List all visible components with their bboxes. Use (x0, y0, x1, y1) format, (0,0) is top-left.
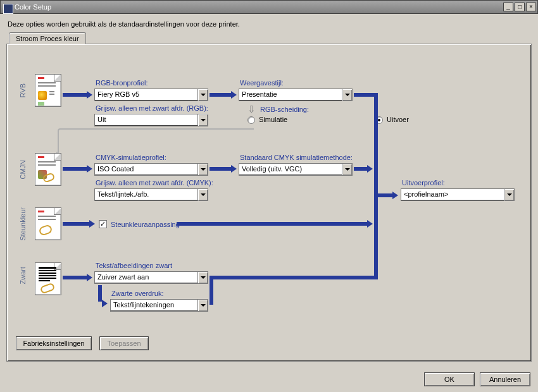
zwart-icon (35, 262, 61, 295)
radio-simulatie-label: Simulatie (259, 116, 287, 123)
dropdown-value: Presentatie (239, 89, 342, 101)
button-label: Annuleren (489, 376, 521, 383)
fabrieksinstellingen-button[interactable]: Fabrieksinstellingen (16, 336, 92, 350)
dropdown-tekst-zwart[interactable]: Zuiver zwart aan (94, 271, 208, 284)
flow-line (63, 167, 87, 171)
button-label: Toepassen (107, 340, 141, 347)
dropdown-grijs-cmyk[interactable]: Tekst/lijntek./afb. (94, 188, 208, 201)
arrow-right-icon (89, 220, 95, 228)
label-uitvoerprofiel: Uitvoerprofiel: (402, 179, 445, 187)
titlebar: Color Setup _ □ × (0, 0, 538, 14)
bracket (58, 128, 254, 154)
dropdown-value: <profielnaam> (401, 189, 504, 200)
checkbox-steunkleur[interactable]: ✓ (99, 220, 107, 228)
dropdown-cmyk-sim[interactable]: ISO Coated (94, 163, 208, 176)
dropdown-value: Volledig (uitv. VGC) (239, 164, 342, 175)
button-label: Fabrieksinstellingen (23, 340, 84, 347)
flow-line (210, 301, 213, 305)
flow-line (377, 193, 393, 197)
window-buttons: _ □ × (503, 3, 536, 11)
label-tekst-zwart: Tekst/afbeeldingen zwart (96, 262, 172, 269)
dropdown-value: Zuiver zwart aan (95, 272, 197, 283)
arrow-right-icon (87, 274, 92, 281)
toepassen-button[interactable]: Toepassen (99, 336, 149, 350)
arrow-right-icon (367, 220, 373, 228)
flow-line (63, 93, 87, 97)
arrow-right-icon (231, 91, 237, 99)
flow-line (374, 93, 378, 224)
cmjn-icon (35, 153, 61, 186)
flow-line (354, 167, 368, 171)
steunkleur-icon (35, 207, 61, 240)
dropdown-value: ISO Coated (95, 164, 197, 175)
label-grijs-rgb: Grijsw. alleen met zwart afdr. (RGB): (96, 104, 208, 112)
label-cmyk-method: Standaard CMYK simulatiemethode: (240, 154, 353, 161)
dropdown-value: Tekst/lijntek./afb. (95, 189, 197, 200)
arrow-right-icon (102, 300, 108, 307)
ok-button[interactable]: OK (424, 372, 475, 386)
radio-uitvoer-label: Uitvoer (387, 116, 409, 123)
minimize-button[interactable]: _ (503, 3, 513, 11)
flow-line (210, 276, 374, 279)
chevron-down-icon (197, 272, 208, 283)
dropdown-uitvoerprofiel[interactable]: <profielnaam> (401, 188, 515, 201)
minimize-icon: _ (506, 4, 510, 10)
button-label: OK (444, 376, 454, 383)
section-label-zwart: Zwart (19, 267, 27, 285)
bottom-bar: OK Annuleren (0, 367, 538, 392)
label-zwarte-overdruk: Zwarte overdruk: (111, 290, 164, 297)
flow-line (374, 224, 378, 279)
label-rgb-bronprofiel: RGB-bronprofiel: (96, 79, 148, 87)
window-title: Color Setup (3, 3, 503, 11)
dropdown-cmyk-method[interactable]: Volledig (uitv. VGC) (239, 163, 353, 176)
dropdown-zwarte-overdruk[interactable]: Tekst/lijntekeningen (110, 299, 208, 312)
chevron-down-icon (342, 164, 352, 175)
radio-simulatie[interactable] (247, 116, 255, 124)
flow-line (210, 93, 231, 97)
dropdown-value: Uit (95, 114, 197, 126)
flow-line (63, 222, 89, 226)
label-rgb-scheiding: RGB-scheiding: (260, 106, 309, 113)
tab-panel: RVB RGB-bronprofiel: Fiery RGB v5 Weerga… (6, 44, 532, 362)
dropdown-value: Fiery RGB v5 (95, 89, 197, 101)
chevron-down-icon (342, 89, 352, 101)
description-text: Deze opties worden gebruikt als de stand… (0, 14, 538, 32)
dropdown-weergavestijl[interactable]: Presentatie (239, 89, 353, 101)
close-icon: × (529, 4, 533, 10)
chevron-down-icon (197, 164, 208, 175)
chevron-down-icon (504, 189, 514, 200)
label-cmyk-sim: CMYK-simulatieprofiel: (96, 154, 166, 161)
dropdown-rgb-bronprofiel[interactable]: Fiery RGB v5 (94, 89, 208, 101)
section-label-rvb: RVB (19, 83, 27, 97)
arrow-right-icon (367, 165, 373, 173)
dropdown-grijs-rgb[interactable]: Uit (94, 114, 208, 126)
flow-line (63, 276, 87, 279)
flow-line (210, 167, 231, 171)
label-steunkleur: Steunkleuraanpassing (111, 221, 180, 228)
flow-line (177, 222, 368, 226)
flow-line (354, 93, 377, 97)
arrow-right-icon (231, 165, 237, 173)
tab-bar: Stroom Proces kleur (0, 32, 538, 44)
arrow-right-icon (87, 91, 92, 99)
section-label-cmjn: CMJN (19, 160, 27, 180)
maximize-icon: □ (518, 4, 522, 10)
down-arrow-icon: ⇩ (247, 104, 256, 115)
label-grijs-cmyk: Grijsw. alleen met zwart afdr. (CMYK): (96, 179, 213, 187)
tab-stroom-proces-kleur[interactable]: Stroom Proces kleur (9, 32, 86, 44)
chevron-down-icon (197, 189, 208, 200)
maximize-button[interactable]: □ (515, 3, 525, 11)
dropdown-value: Tekst/lijntekeningen (111, 300, 197, 311)
arrow-right-icon (87, 165, 92, 173)
rvb-icon (35, 74, 61, 107)
label-weergavestijl: Weergavestijl: (240, 79, 284, 87)
chevron-down-icon (197, 89, 208, 101)
chevron-down-icon (197, 114, 208, 126)
annuleren-button[interactable]: Annuleren (480, 372, 530, 386)
close-button[interactable]: × (526, 3, 536, 11)
section-label-steunkleur: Steunkleur (19, 207, 27, 241)
arrow-right-icon (392, 192, 398, 199)
chevron-down-icon (197, 300, 208, 311)
